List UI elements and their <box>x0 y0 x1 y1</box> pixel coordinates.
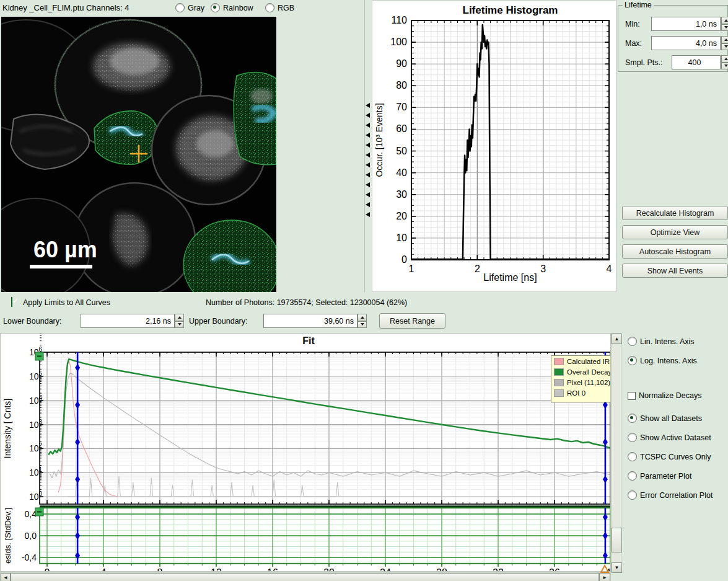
radio-icon[interactable] <box>628 471 637 481</box>
spin-down-icon[interactable] <box>721 63 728 70</box>
svg-text:102: 102 <box>29 442 43 453</box>
scroll-left-icon[interactable]: ◄ <box>1 573 11 581</box>
normalize-decays-checkbox[interactable]: Normalize Decays <box>628 391 701 400</box>
spin-up-icon[interactable] <box>175 314 184 321</box>
log-intens-axis-radio[interactable]: Log. Intens. Axis <box>628 356 697 365</box>
svg-text:16: 16 <box>267 567 278 571</box>
svg-text:101: 101 <box>29 466 43 477</box>
collapse-handle[interactable] <box>35 352 43 360</box>
legend-item: Pixel (11,102) <box>551 377 611 388</box>
radio-icon[interactable] <box>628 337 637 346</box>
upper-boundary-input[interactable]: 39,60 ns <box>263 314 357 328</box>
radio-icon[interactable] <box>628 452 637 461</box>
svg-text:110: 110 <box>391 15 407 25</box>
scale-bar <box>30 265 92 268</box>
spin-down-icon[interactable] <box>721 24 728 32</box>
radio-icon-selected[interactable] <box>628 356 637 365</box>
spin-down-icon[interactable] <box>175 321 184 329</box>
apply-limits-checkbox[interactable] <box>11 297 12 307</box>
pixel-swatch <box>554 379 564 386</box>
error-correlation-plot-radio[interactable]: Error Correlation Plot <box>628 490 713 500</box>
svg-text:0: 0 <box>45 567 50 571</box>
radio-icon[interactable] <box>628 433 637 442</box>
autoscale-histogram-button[interactable]: Autoscale Histogram <box>622 244 728 259</box>
lifetime-groupbox: Lifetime Min: 1,0 ns Max: 4,0 ns Smpl. P… <box>618 5 728 72</box>
svg-text:105: 105 <box>29 370 43 381</box>
histogram-range-arrows[interactable] <box>366 103 370 217</box>
min-spinner[interactable] <box>721 17 728 31</box>
upper-boundary-spinner[interactable] <box>357 314 367 328</box>
fit-panel[interactable]: 0481216202428323640100101102103104105106… <box>0 333 611 572</box>
fit-vertical-scrollbar[interactable]: ▲ ▼ <box>611 333 621 572</box>
scale-bar-label: 60 µm <box>33 237 97 262</box>
radio-icon[interactable] <box>175 3 185 12</box>
scrollbar-thumb[interactable] <box>612 528 622 552</box>
svg-text:28: 28 <box>436 567 447 571</box>
colormode-radio-gray[interactable]: Gray <box>175 3 204 12</box>
lin-intens-axis-radio[interactable]: Lin. Intens. Axis <box>628 337 695 346</box>
reset-range-button[interactable]: Reset Range <box>379 313 445 329</box>
smpl-pts-spinner[interactable] <box>721 55 728 69</box>
spin-up-icon[interactable] <box>721 36 728 43</box>
tcspc-curves-only-radio[interactable]: TCSPC Curves Only <box>628 452 711 461</box>
scroll-up-icon[interactable]: ▲ <box>612 334 622 344</box>
fit-chart[interactable]: 0481216202428323640100101102103104105106… <box>1 334 610 571</box>
parameter-plot-radio[interactable]: Parameter Plot <box>628 471 691 481</box>
max-input[interactable]: 4,0 ns <box>651 36 721 50</box>
spin-down-icon[interactable] <box>357 321 367 329</box>
spin-up-icon[interactable] <box>721 17 728 24</box>
colormode-radio-rainbow[interactable]: Rainbow <box>211 3 253 12</box>
colormode-radio-rgb[interactable]: RGB <box>265 3 294 12</box>
fit-horizontal-scrollbar[interactable]: ◄ ► <box>0 572 611 581</box>
svg-text:40: 40 <box>396 167 407 178</box>
svg-text:10: 10 <box>396 233 407 243</box>
min-label: Min: <box>625 20 640 29</box>
spin-up-icon[interactable] <box>721 55 728 63</box>
show-all-events-button[interactable]: Show All Events <box>622 264 728 278</box>
checkbox-icon[interactable] <box>628 392 636 400</box>
irf-swatch <box>554 358 564 365</box>
smpl-pts-label: Smpl. Pts.: <box>625 58 662 67</box>
svg-text:3: 3 <box>540 264 546 274</box>
recalculate-histogram-button[interactable]: Recalculate Histogram <box>622 206 728 220</box>
radio-icon-selected[interactable] <box>628 414 637 423</box>
radio-icon-selected[interactable] <box>211 3 220 12</box>
svg-text:20: 20 <box>396 211 407 221</box>
smpl-pts-input[interactable]: 400 <box>672 55 721 69</box>
flim-image-panel[interactable]: 60 µm <box>1 17 276 292</box>
lifetime-histogram-chart[interactable]: 12340102030405060708090100110Lifetime Hi… <box>372 1 616 291</box>
svg-text:36: 36 <box>549 567 560 571</box>
spin-up-icon[interactable] <box>357 314 367 321</box>
show-active-dataset-radio[interactable]: Show Active Dataset <box>628 433 711 442</box>
svg-text:30: 30 <box>396 189 407 200</box>
svg-text:4: 4 <box>607 264 612 274</box>
svg-text:100: 100 <box>29 490 43 502</box>
svg-text:Lifetime [ns]: Lifetime [ns] <box>483 272 537 283</box>
lower-boundary-input[interactable]: 2,16 ns <box>81 314 175 328</box>
svg-text:80: 80 <box>396 80 407 91</box>
scrollbar-thumb[interactable] <box>11 573 599 581</box>
svg-text:Lifetime Histogram: Lifetime Histogram <box>463 4 558 16</box>
radio-label: Rainbow <box>223 4 253 12</box>
divider <box>364 0 365 292</box>
svg-text:60: 60 <box>396 123 407 134</box>
max-spinner[interactable] <box>721 36 728 50</box>
flim-image[interactable]: 60 µm <box>1 17 276 292</box>
svg-text:8: 8 <box>157 567 163 571</box>
show-all-datasets-radio[interactable]: Show all Datasets <box>628 414 702 423</box>
lower-boundary-spinner[interactable] <box>175 314 184 328</box>
legend-item: Overall Decay <box>551 366 611 377</box>
collapse-handle[interactable] <box>35 508 43 516</box>
svg-text:0,0: 0,0 <box>25 531 37 541</box>
optimize-view-button[interactable]: Optimize View <box>622 225 728 239</box>
radio-icon[interactable] <box>628 490 637 500</box>
lower-boundary-label: Lower Boundary: <box>3 317 62 326</box>
lifetime-histogram-panel[interactable]: 12340102030405060708090100110Lifetime Hi… <box>372 0 616 292</box>
spin-down-icon[interactable] <box>721 43 728 51</box>
file-title: Kidney _Cell_FLIM.ptu Channels: 4 <box>2 3 129 12</box>
svg-text:70: 70 <box>396 102 407 112</box>
scroll-down-icon[interactable]: ▼ <box>612 562 622 573</box>
min-input[interactable]: 1,0 ns <box>651 17 721 31</box>
svg-text:Fit: Fit <box>302 335 315 346</box>
radio-icon[interactable] <box>265 3 274 12</box>
